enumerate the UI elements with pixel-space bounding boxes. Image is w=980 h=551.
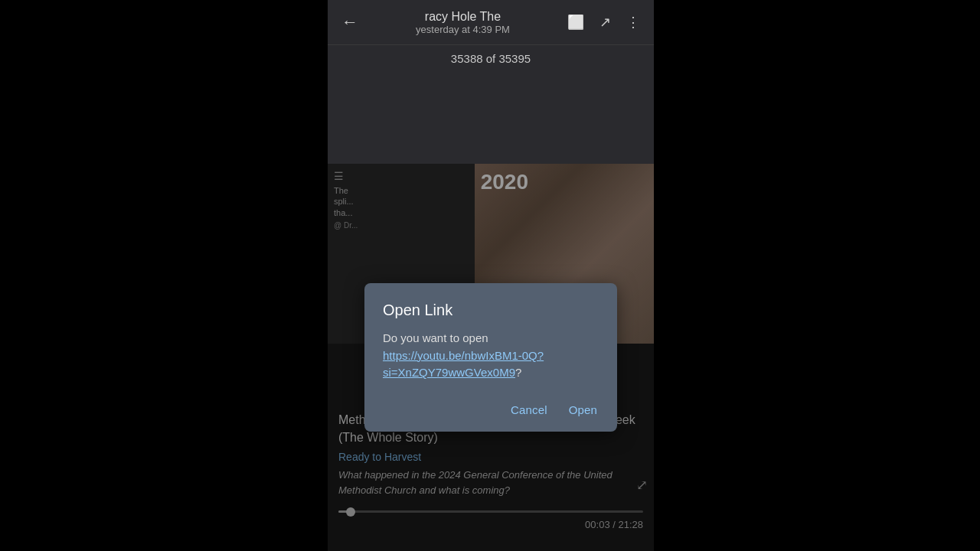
share-icon[interactable]: ↗ (593, 8, 617, 37)
dark-spacer (328, 72, 654, 164)
more-options-icon[interactable]: ⋮ (620, 8, 646, 37)
page-title: racy Hole The (425, 10, 501, 24)
cancel-button[interactable]: Cancel (509, 400, 549, 419)
open-link-dialog: Open Link Do you want to open https://yo… (364, 283, 617, 432)
left-black-panel (0, 0, 328, 551)
top-bar-title: racy Hole The yesterday at 4:39 PM (368, 10, 557, 35)
dialog-body-suffix: ? (515, 366, 521, 379)
open-button[interactable]: Open (567, 400, 599, 419)
dialog-title: Open Link (383, 302, 599, 319)
counter-text: 35388 of 35395 (451, 52, 531, 65)
top-bar-actions: ⬜ ↗ ⋮ (561, 8, 646, 37)
cast-icon[interactable]: ⬜ (561, 8, 590, 37)
dialog-overlay: Open Link Do you want to open https://yo… (328, 164, 654, 551)
dialog-actions: Cancel Open (383, 400, 599, 419)
page-subtitle: yesterday at 4:39 PM (416, 24, 510, 35)
top-bar: ← racy Hole The yesterday at 4:39 PM ⬜ ↗… (328, 0, 654, 44)
content-area: ☰ Thespli...tha... @ Dr... 2020 Open Lin… (328, 164, 654, 551)
right-black-panel (654, 0, 980, 551)
phone-area: ← racy Hole The yesterday at 4:39 PM ⬜ ↗… (328, 0, 654, 551)
dialog-body-prefix: Do you want to open (383, 331, 488, 344)
back-button[interactable]: ← (335, 6, 364, 38)
dialog-body: Do you want to open https://youtu.be/nbw… (383, 330, 599, 382)
counter-bar: 35388 of 35395 (328, 44, 654, 72)
